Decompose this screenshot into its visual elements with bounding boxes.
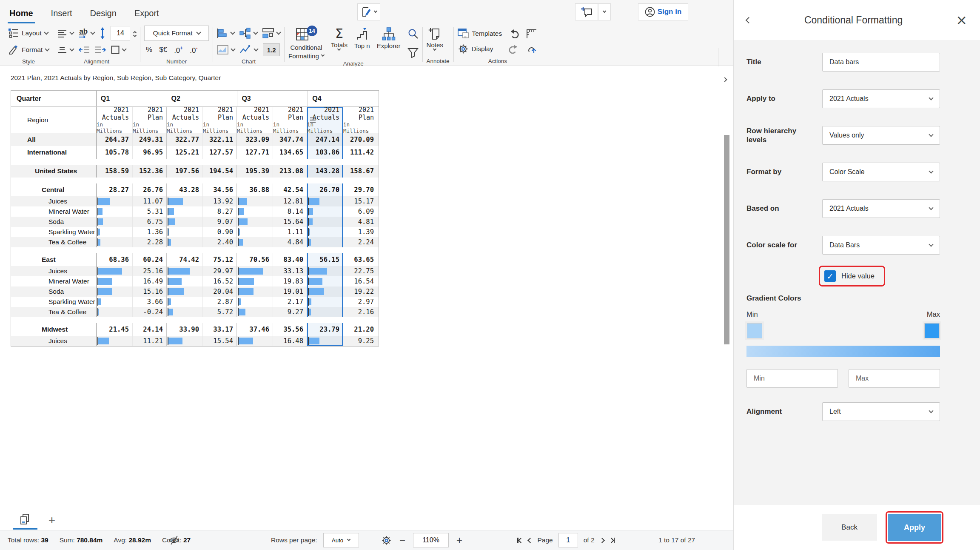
- cell-tea-coffee-c7[interactable]: 2.16: [343, 307, 377, 317]
- line-spacing-button[interactable]: [100, 27, 105, 39]
- cell-juices-c0[interactable]: [97, 196, 133, 206]
- cell-tea-coffee-c2[interactable]: [167, 307, 203, 317]
- cell-midwest-c3[interactable]: 33.17: [203, 323, 237, 336]
- cell-sparkling-water-c2[interactable]: [167, 297, 203, 307]
- cell-juices-c0[interactable]: [97, 266, 133, 276]
- cell-mineral-water-c3[interactable]: 8.27: [203, 206, 237, 217]
- cell-all-c3[interactable]: 322.11: [203, 133, 237, 146]
- quick-format-dropdown[interactable]: Quick Format: [144, 26, 209, 41]
- layout-chart-button[interactable]: [262, 28, 280, 38]
- cell-united-states-c0[interactable]: 158.59: [97, 165, 133, 178]
- sign-in-button[interactable]: Sign in: [638, 3, 688, 20]
- cell-mineral-water-c7[interactable]: 6.09: [343, 206, 377, 217]
- cell-midwest-c2[interactable]: 33.90: [167, 323, 203, 336]
- cell-midwest-c4[interactable]: 37.46: [237, 323, 273, 336]
- cell-east-c4[interactable]: 70.56: [237, 253, 273, 266]
- cell-united-states-c2[interactable]: 197.56: [167, 165, 203, 178]
- cell-soda-c0[interactable]: [97, 286, 133, 297]
- format-button[interactable]: Format: [8, 45, 49, 54]
- totals-button[interactable]: Σ Totals: [331, 26, 348, 60]
- cell-all-c7[interactable]: 270.09: [343, 133, 377, 146]
- bar-chart-type-button[interactable]: [217, 28, 234, 38]
- filter-button[interactable]: [407, 48, 419, 58]
- cell-juices-c4[interactable]: [237, 196, 273, 206]
- cell-juices-c6[interactable]: [307, 266, 343, 276]
- measure-header-actuals-q3[interactable]: 2021 Actualsin Millions: [237, 107, 273, 133]
- quarter-header-q4[interactable]: Q4: [308, 91, 379, 106]
- cell-international-c0[interactable]: 105.78: [97, 146, 133, 159]
- cell-international-c1[interactable]: 96.95: [133, 146, 167, 159]
- cell-mineral-water-c2[interactable]: [167, 276, 203, 286]
- cell-midwest-c6[interactable]: 23.79: [307, 323, 343, 336]
- cell-mineral-water-c5[interactable]: 19.83: [273, 276, 307, 286]
- cell-tea-coffee-c4[interactable]: [237, 237, 273, 247]
- cell-all-c2[interactable]: 322.77: [167, 133, 203, 146]
- cell-sparkling-water-c3[interactable]: 0.90: [203, 227, 237, 237]
- cell-tea-coffee-c5[interactable]: 4.84: [273, 237, 307, 247]
- field-select-color-scale-for[interactable]: Data Bars: [822, 236, 940, 255]
- cell-tea-coffee-c4[interactable]: [237, 307, 273, 317]
- vertical-align-button[interactable]: [57, 46, 74, 54]
- cell-juices-c5[interactable]: 33.13: [273, 266, 307, 276]
- row-label-sparkling-water[interactable]: Sparkling Water: [11, 227, 97, 237]
- cell-sparkling-water-c5[interactable]: 2.17: [273, 297, 307, 307]
- tab-insert[interactable]: Insert: [50, 9, 73, 23]
- alignment-select[interactable]: Left: [822, 402, 940, 421]
- row-label-juices[interactable]: Juices: [11, 266, 97, 276]
- cell-east-c2[interactable]: 74.42: [167, 253, 203, 266]
- panel-back-button[interactable]: [746, 18, 751, 23]
- hierarchy-chart-button[interactable]: [239, 28, 257, 39]
- field-select-format-by[interactable]: Color Scale: [822, 163, 940, 181]
- cell-soda-c0[interactable]: [97, 217, 133, 227]
- cell-tea-coffee-c1[interactable]: -0.24: [133, 307, 167, 317]
- percent-format-button[interactable]: %: [146, 46, 152, 54]
- cell-juices-c6[interactable]: [307, 196, 343, 206]
- text-wrap-button[interactable]: ab: [79, 29, 94, 38]
- cell-juices-c0[interactable]: [97, 336, 133, 346]
- cell-soda-c3[interactable]: 9.07: [203, 217, 237, 227]
- cell-soda-c2[interactable]: [167, 217, 203, 227]
- add-comment-button[interactable]: [575, 3, 598, 20]
- cell-juices-c1[interactable]: 11.21: [133, 336, 167, 346]
- cell-sparkling-water-c1[interactable]: 3.66: [133, 297, 167, 307]
- add-sheet-button[interactable]: +: [43, 511, 60, 530]
- cell-soda-c2[interactable]: [167, 286, 203, 297]
- area-chart-button[interactable]: [217, 45, 235, 54]
- cell-central-c3[interactable]: 34.56: [203, 183, 237, 196]
- font-size-input[interactable]: 14: [111, 26, 130, 40]
- cell-united-states-c5[interactable]: 213.08: [273, 165, 307, 178]
- cell-tea-coffee-c2[interactable]: [167, 237, 203, 247]
- quarter-header-q1[interactable]: Q1: [97, 91, 167, 106]
- cell-soda-c1[interactable]: 6.75: [133, 217, 167, 227]
- cell-sparkling-water-c7[interactable]: 2.97: [343, 297, 377, 307]
- cell-all-c4[interactable]: 323.09: [237, 133, 273, 146]
- indent-decrease-button[interactable]: [79, 46, 90, 54]
- decimal-decrease-button[interactable]: .0-: [190, 45, 197, 55]
- cell-midwest-c0[interactable]: 21.45: [97, 323, 133, 336]
- cell-soda-c4[interactable]: [237, 286, 273, 297]
- cell-central-c7[interactable]: 29.70: [343, 183, 377, 196]
- cell-sparkling-water-c5[interactable]: 1.11: [273, 227, 307, 237]
- cell-tea-coffee-c6[interactable]: [307, 307, 343, 317]
- cell-tea-coffee-c3[interactable]: 2.40: [203, 237, 237, 247]
- cell-midwest-c1[interactable]: 24.14: [133, 323, 167, 336]
- undo-button[interactable]: [508, 26, 520, 41]
- zoom-out-button[interactable]: −: [399, 536, 405, 544]
- cell-central-c1[interactable]: 26.76: [133, 183, 167, 196]
- cell-mineral-water-c1[interactable]: 16.49: [133, 276, 167, 286]
- row-label-tea-coffee[interactable]: Tea & Coffee: [11, 237, 97, 247]
- cell-international-c4[interactable]: 127.71: [237, 146, 273, 159]
- cell-tea-coffee-c6[interactable]: [307, 237, 343, 247]
- cell-central-c2[interactable]: 43.28: [167, 183, 203, 196]
- cell-international-c2[interactable]: 125.21: [167, 146, 203, 159]
- zoom-in-button[interactable]: +: [456, 536, 462, 544]
- row-label-soda[interactable]: Soda: [11, 286, 97, 297]
- tab-design[interactable]: Design: [89, 9, 117, 23]
- cell-east-c7[interactable]: 63.65: [343, 253, 377, 266]
- cell-midwest-c7[interactable]: 21.20: [343, 323, 377, 336]
- rows-per-page-select[interactable]: Auto: [323, 533, 359, 547]
- measure-header-actuals-q1[interactable]: 2021 Actualsin Millions: [97, 107, 133, 133]
- region-header-cell[interactable]: Region: [11, 107, 97, 133]
- cell-united-states-c7[interactable]: 158.67: [343, 165, 377, 178]
- cell-east-c5[interactable]: 83.40: [273, 253, 307, 266]
